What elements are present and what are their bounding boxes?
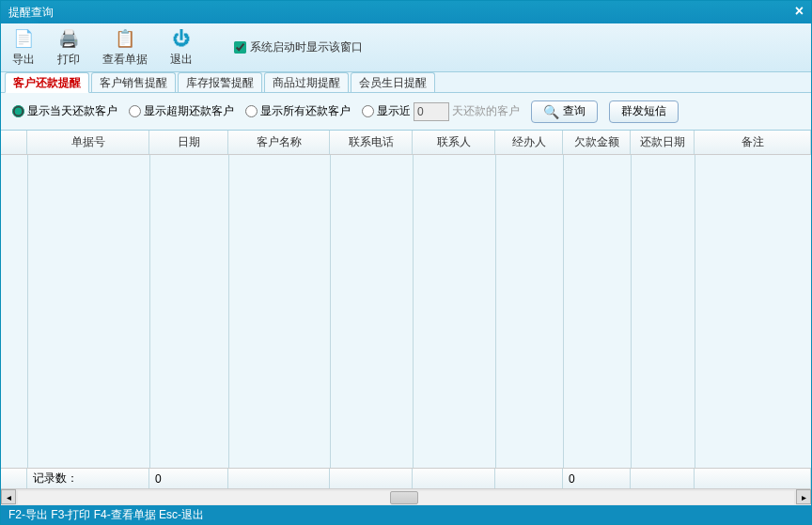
col-date[interactable]: 日期 — [149, 131, 228, 154]
table: 单据号 日期 客户名称 联系电话 联系人 经办人 欠款金额 还款日期 备注 记录… — [1, 131, 811, 505]
col-phone[interactable]: 联系电话 — [330, 131, 413, 154]
scroll-thumb[interactable] — [390, 491, 418, 504]
table-header: 单据号 日期 客户名称 联系电话 联系人 经办人 欠款金额 还款日期 备注 — [1, 131, 811, 155]
title-bar: 提醒查询 × — [1, 1, 811, 23]
document-icon: 📋 — [114, 27, 136, 50]
record-count: 0 — [149, 469, 228, 488]
tab-customer-sale[interactable]: 客户销售提醒 — [91, 72, 176, 92]
col-contact[interactable]: 联系人 — [413, 131, 495, 154]
filter-today[interactable]: 显示当天还款客户 — [12, 103, 117, 119]
window-title: 提醒查询 — [8, 5, 54, 21]
sms-button[interactable]: 群发短信 — [609, 100, 679, 123]
tabs: 客户还款提醒 客户销售提醒 库存报警提醒 商品过期提醒 会员生日提醒 — [1, 72, 811, 93]
days-input[interactable] — [414, 102, 449, 121]
col-repaydate[interactable]: 还款日期 — [631, 131, 695, 154]
filter-all[interactable]: 显示所有还款客户 — [245, 103, 351, 119]
tab-product-expire[interactable]: 商品过期提醒 — [264, 72, 349, 92]
toolbar: 📄 导出 🖨️ 打印 📋 查看单据 ⏻ 退出 系统启动时显示该窗口 — [1, 23, 811, 72]
scroll-right-arrow[interactable]: ▸ — [796, 489, 811, 504]
table-body — [1, 155, 811, 468]
startup-checkbox-label[interactable]: 系统启动时显示该窗口 — [234, 39, 363, 55]
col-selector — [1, 131, 27, 154]
exit-button[interactable]: ⏻ 退出 — [170, 27, 193, 68]
search-icon: 🔍 — [543, 104, 559, 119]
tab-customer-repay[interactable]: 客户还款提醒 — [5, 72, 89, 93]
view-doc-button[interactable]: 📋 查看单据 — [102, 27, 148, 68]
col-customer[interactable]: 客户名称 — [228, 131, 330, 154]
amount-total: 0 — [563, 469, 631, 488]
tab-member-birthday[interactable]: 会员生日提醒 — [351, 72, 435, 92]
record-count-label: 记录数： — [27, 469, 149, 488]
filter-recent[interactable]: 显示近 天还款的客户 — [362, 102, 520, 121]
filter-bar: 显示当天还款客户 显示超期还款客户 显示所有还款客户 显示近 天还款的客户 🔍查… — [1, 93, 811, 131]
col-amount[interactable]: 欠款金额 — [563, 131, 631, 154]
print-icon: 🖨️ — [57, 27, 80, 50]
filter-overdue[interactable]: 显示超期还款客户 — [129, 103, 234, 119]
tab-stock-alarm[interactable]: 库存报警提醒 — [178, 72, 262, 92]
horizontal-scrollbar[interactable]: ◂ ▸ — [1, 488, 811, 505]
export-button[interactable]: 📄 导出 — [12, 27, 35, 68]
scroll-left-arrow[interactable]: ◂ — [1, 489, 16, 504]
export-icon: 📄 — [12, 27, 35, 50]
startup-checkbox[interactable] — [234, 41, 246, 54]
query-button[interactable]: 🔍查询 — [531, 100, 598, 123]
col-docno[interactable]: 单据号 — [27, 131, 149, 154]
status-bar: F2-导出 F3-打印 F4-查看单据 Esc-退出 — [1, 505, 811, 524]
col-remark[interactable]: 备注 — [695, 131, 811, 154]
power-icon: ⏻ — [170, 27, 193, 50]
col-handler[interactable]: 经办人 — [495, 131, 563, 154]
summary-row: 记录数： 0 0 — [1, 468, 811, 488]
close-icon[interactable]: × — [795, 3, 804, 20]
print-button[interactable]: 🖨️ 打印 — [57, 27, 80, 68]
